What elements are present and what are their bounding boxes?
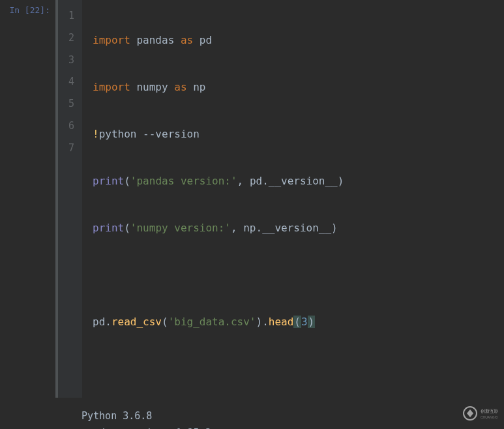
input-cell: In [22]: 1 2 3 4 5 6 7 import pandas as … (0, 0, 504, 398)
code-line[interactable]: !python --version (93, 123, 344, 146)
code-line[interactable]: print('pandas version:', pd.__version__) (93, 170, 344, 193)
method-name: read_csv (111, 316, 162, 328)
number-literal: 3 (301, 316, 308, 328)
bracket-highlight: ( (293, 316, 301, 328)
paren: ) (331, 222, 338, 234)
paren: ( (162, 316, 168, 328)
object-ref: pd. (93, 316, 111, 328)
paren-dot: ). (256, 316, 269, 328)
stdout-output: Python 3.6.8 pandas version: 0.25.3 nump… (0, 398, 504, 429)
keyword-import: import (93, 34, 130, 46)
alias: np (193, 81, 205, 93)
builtin-fn: print (93, 175, 124, 187)
method-name: head (269, 316, 294, 328)
line-gutter: 1 2 3 4 5 6 7 (55, 0, 82, 398)
code-line[interactable] (93, 263, 344, 287)
line-number: 3 (68, 50, 74, 72)
svg-text:CHUANGXIN: CHUANGXIN (481, 415, 497, 419)
line-number: 7 (68, 138, 74, 160)
shell-command: python --version (99, 128, 200, 140)
bracket-highlight: ) (308, 316, 316, 328)
shell-bang: ! (93, 128, 99, 140)
string-literal: 'numpy version:' (130, 222, 231, 234)
paren: ( (124, 222, 130, 234)
expression: pd.__version__ (250, 175, 338, 187)
code-line[interactable]: import pandas as pd (93, 29, 344, 52)
line-number: 4 (68, 71, 74, 93)
keyword-as: as (174, 81, 186, 93)
module-name: pandas (136, 34, 174, 46)
code-line[interactable]: import numpy as np (93, 76, 344, 99)
line-number: 5 (68, 93, 74, 115)
alias: pd (200, 34, 212, 46)
output-line: Python 3.6.8 (82, 408, 504, 425)
output-line: pandas version: 0.25.3 (82, 425, 504, 430)
builtin-fn: print (93, 222, 124, 234)
code-line[interactable]: pd.read_csv('big_data.csv').head(3) (93, 310, 344, 334)
expression: np.__version__ (243, 222, 331, 234)
keyword-as: as (181, 34, 193, 46)
line-number: 2 (68, 27, 74, 50)
watermark-logo: 创新互联 CHUANGXIN (461, 404, 497, 422)
line-number: 6 (68, 115, 74, 138)
string-literal: 'pandas version:' (130, 175, 237, 187)
paren: ) (338, 175, 344, 187)
paren: ( (124, 175, 130, 187)
input-prompt: In [22]: (0, 0, 55, 398)
svg-text:创新互联: 创新互联 (481, 409, 497, 413)
string-literal: 'big_data.csv' (168, 316, 256, 328)
code-area[interactable]: 1 2 3 4 5 6 7 import pandas as pd import… (55, 0, 504, 398)
code-content[interactable]: import pandas as pd import numpy as np !… (82, 0, 354, 398)
comma: , (231, 222, 243, 234)
keyword-import: import (93, 81, 130, 93)
comma: , (237, 175, 250, 187)
module-name: numpy (136, 81, 168, 93)
line-number: 1 (68, 5, 74, 27)
code-line[interactable]: print('numpy version:', np.__version__) (93, 216, 344, 240)
